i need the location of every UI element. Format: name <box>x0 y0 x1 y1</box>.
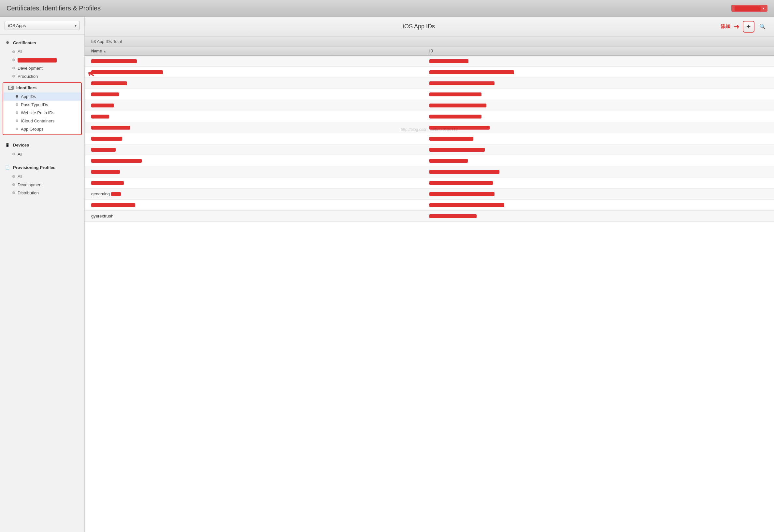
table-row[interactable]: gyerextrush <box>85 211 774 222</box>
certificates-label: Certificates <box>13 40 36 45</box>
provisioning-label: Provisioning Profiles <box>13 165 55 170</box>
arrow-right-annotation: ➜ <box>734 22 739 31</box>
table-row[interactable] <box>85 89 774 100</box>
bullet-icon <box>12 50 15 53</box>
id-col-label: ID <box>429 49 433 53</box>
sidebar-item-production[interactable]: Production <box>0 72 84 80</box>
sidebar-item-pass-type-ids[interactable]: Pass Type IDs <box>3 101 81 109</box>
sidebar-item-pending[interactable] <box>0 56 84 64</box>
bullet-icon <box>16 128 18 130</box>
provisioning-header: 📄 Provisioning Profiles <box>0 163 84 173</box>
row-name-gengming: gengming <box>91 191 110 196</box>
doc-icon: 📄 <box>5 165 10 171</box>
table-row[interactable] <box>85 200 774 211</box>
main-content: 创建App ID ➜ iOS App IDs 添加 ➜ + 🔍 53 App I… <box>85 17 774 532</box>
identifiers-header: ID Identifiers <box>3 83 81 92</box>
sidebar-item-label: Development <box>18 182 43 187</box>
bullet-icon <box>12 75 15 77</box>
identifiers-label: Identifiers <box>16 85 36 90</box>
top-bar: Certificates, Identifiers & Profiles ▾ <box>0 0 774 17</box>
table-body: http://blog.csdn.net/bnt20130112 <box>85 56 774 532</box>
user-chevron: ▾ <box>763 7 764 10</box>
sidebar-item-label: Distribution <box>18 190 39 195</box>
sidebar-item-development-certs[interactable]: Development <box>0 64 84 72</box>
sidebar-item-all-certs[interactable]: All <box>0 48 84 56</box>
certificates-header: ⚙ Certificates <box>0 38 84 48</box>
sidebar-item-app-groups[interactable]: App Groups <box>3 125 81 133</box>
row-name-gyerextrush: gyerextrush <box>91 214 113 218</box>
sidebar-item-label: iCloud Containers <box>21 119 54 123</box>
main-header: iOS App IDs 添加 ➜ + 🔍 <box>85 17 774 36</box>
table-row[interactable] <box>85 100 774 111</box>
sidebar-item-label: Pass Type IDs <box>21 102 48 107</box>
col-name-header[interactable]: Name ▲ <box>91 49 429 53</box>
sidebar-item-label: All <box>18 49 22 54</box>
certificates-icon: ⚙ <box>5 40 10 46</box>
table-row[interactable] <box>85 122 774 133</box>
sort-arrow-icon: ▲ <box>103 49 106 53</box>
id-badge-icon: ID <box>8 86 14 90</box>
main-header-actions: 添加 ➜ + 🔍 <box>721 21 767 33</box>
bullet-icon <box>12 153 15 155</box>
table-header: Name ▲ ID <box>85 47 774 56</box>
bullet-icon <box>16 95 18 98</box>
devices-section: 📱 Devices All <box>0 137 84 160</box>
provisioning-section: 📄 Provisioning Profiles All Development … <box>0 160 84 198</box>
app-title: Certificates, Identifiers & Profiles <box>7 5 101 12</box>
bullet-icon <box>16 119 18 122</box>
certificates-section: ⚙ Certificates All Development Productio… <box>0 35 84 82</box>
device-icon: 📱 <box>5 142 10 148</box>
table-row[interactable] <box>85 133 774 144</box>
table-row[interactable] <box>85 166 774 177</box>
tianjia-annotation: 添加 <box>721 23 730 30</box>
sidebar-item-distribution[interactable]: Distribution <box>0 189 84 197</box>
user-menu[interactable]: ▾ <box>731 5 767 12</box>
table-row[interactable] <box>85 67 774 78</box>
bullet-icon <box>16 103 18 106</box>
sidebar-item-label <box>18 57 57 63</box>
search-button[interactable]: 🔍 <box>758 22 767 32</box>
sidebar-item-label: Website Push IDs <box>21 110 54 115</box>
sidebar-item-label: Production <box>18 74 38 79</box>
main-title: iOS App IDs <box>117 23 721 30</box>
table-row[interactable] <box>85 144 774 155</box>
bullet-icon <box>12 183 15 186</box>
user-redacted <box>735 6 761 11</box>
table-row[interactable] <box>85 56 774 67</box>
bullet-icon <box>12 59 15 61</box>
sidebar-item-label: Development <box>18 66 43 71</box>
platform-select-wrap: iOS Apps <box>0 17 84 35</box>
sidebar-item-app-ids[interactable]: App IDs <box>3 92 81 101</box>
sidebar: iOS Apps ⚙ Certificates All Development <box>0 17 85 532</box>
table-row[interactable] <box>85 177 774 189</box>
plus-icon: + <box>747 22 751 31</box>
devices-header: 📱 Devices <box>0 140 84 150</box>
table-row[interactable] <box>85 78 774 89</box>
sidebar-item-label: App IDs <box>21 94 36 99</box>
sidebar-item-all-profiles[interactable]: All <box>0 173 84 181</box>
add-button[interactable]: + <box>743 21 754 33</box>
search-icon: 🔍 <box>759 23 766 30</box>
bullet-icon <box>12 67 15 69</box>
table-row[interactable] <box>85 111 774 122</box>
bullet-icon <box>12 191 15 194</box>
sidebar-item-label: All <box>18 174 22 179</box>
sidebar-item-label: All <box>18 152 22 157</box>
sidebar-item-icloud-containers[interactable]: iCloud Containers <box>3 117 81 125</box>
col-id-header[interactable]: ID <box>429 49 767 53</box>
sidebar-item-development-profiles[interactable]: Development <box>0 181 84 189</box>
devices-label: Devices <box>13 143 29 147</box>
count-label: 53 App IDs Total <box>91 39 122 44</box>
table-row[interactable]: gengming <box>85 189 774 200</box>
count-bar: 53 App IDs Total <box>85 36 774 47</box>
sidebar-item-label: App Groups <box>21 127 43 132</box>
sidebar-item-website-push-ids[interactable]: Website Push IDs <box>3 109 81 117</box>
identifiers-group: ID Identifiers App IDs Pass Type IDs Web… <box>3 82 82 135</box>
table-row[interactable] <box>85 155 774 166</box>
sidebar-item-all-devices[interactable]: All <box>0 150 84 158</box>
bullet-icon <box>16 111 18 114</box>
bullet-icon <box>12 175 15 178</box>
name-col-label: Name <box>91 49 102 53</box>
platform-select[interactable]: iOS Apps <box>5 21 80 30</box>
